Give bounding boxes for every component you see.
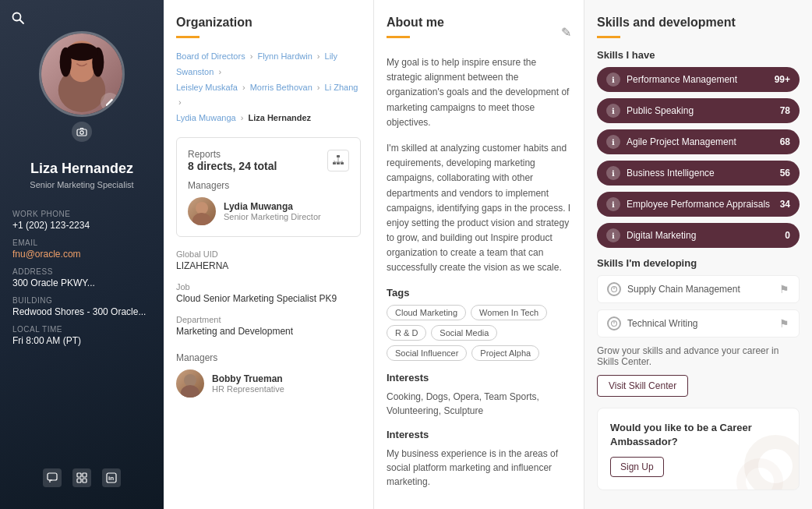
manager2-row: Bobby Trueman HR Representative (176, 369, 361, 398)
grid-icon[interactable] (72, 468, 91, 487)
skill-name-1: Public Speaking (627, 105, 780, 116)
tag-social-influencer[interactable]: Social Influencer (387, 345, 467, 361)
manager-avatar (188, 197, 216, 225)
developing-icon-1 (607, 316, 621, 330)
skill-score-3: 56 (780, 168, 790, 179)
department-section: Department Marketing and Development (176, 315, 361, 337)
svg-point-11 (80, 131, 83, 134)
email-link[interactable]: fnu@oracle.com (12, 249, 151, 260)
skill-score-2: 68 (780, 136, 790, 147)
svg-point-27 (196, 202, 208, 214)
skills-footer-text: Grow your skills and advance your career… (597, 345, 800, 367)
skill-name-0: Performance Management (627, 74, 775, 85)
skill-row-2[interactable]: ℹ Agile Project Management 68 (597, 129, 800, 154)
breadcrumb-current: Liza Hernandez (248, 113, 311, 122)
org-chart-button[interactable] (327, 150, 349, 171)
reports-card: Reports 8 directs, 24 total Managers Lyd… (176, 137, 361, 237)
skill-score-1: 78 (780, 105, 790, 116)
chat-icon[interactable] (43, 468, 62, 487)
global-uid-label: Global UID (176, 249, 361, 259)
job-value: Cloud Senior Marketing Specialist PK9 (176, 293, 361, 304)
breadcrumb-li[interactable]: Li Zhang (325, 83, 358, 92)
address-value: 300 Oracle PKWY... (12, 277, 151, 288)
svg-point-30 (181, 385, 199, 398)
interests-text: Cooking, Dogs, Opera, Team Sports, Volun… (387, 390, 571, 418)
skill-row-1[interactable]: ℹ Public Speaking 78 (597, 98, 800, 123)
about-edit-icon[interactable]: ✎ (561, 25, 571, 40)
reports-count: 8 directs, 24 total (188, 160, 277, 172)
skills-panel: Skills and development Skills I have ℹ P… (584, 0, 812, 509)
managers2-label: Managers (176, 352, 361, 363)
search-icon[interactable] (11, 11, 25, 27)
developing-icon-0 (607, 282, 621, 296)
skill-icon-3: ℹ (606, 166, 620, 180)
svg-rect-12 (48, 473, 57, 480)
email-label: Email (12, 239, 151, 247)
skill-name-3: Business Intelligence (627, 168, 780, 179)
svg-line-1 (20, 20, 24, 24)
tags-label: Tags (387, 287, 571, 299)
building-value: Redwood Shores - 300 Oracle... (12, 306, 151, 317)
about-panel: About me ✎ My goal is to help inspire en… (374, 0, 584, 509)
tag-social-media[interactable]: Social Media (431, 325, 497, 341)
avatar (39, 31, 125, 117)
skill-icon-2: ℹ (606, 135, 620, 149)
breadcrumb-board[interactable]: Board of Directors (176, 51, 245, 61)
skill-name-5: Digital Marketing (627, 230, 785, 241)
department-value: Marketing and Development (176, 326, 361, 337)
svg-rect-15 (77, 479, 81, 482)
skill-score-5: 0 (785, 230, 790, 241)
manager-name: Lydia Muwanga (224, 201, 321, 212)
linkedin-icon[interactable]: in (102, 468, 121, 487)
breadcrumb-lydia[interactable]: Lydia Muwanga (176, 113, 236, 122)
manager2-name: Bobby Trueman (212, 373, 284, 384)
skill-row-4[interactable]: ℹ Employee Performance Appraisals 34 (597, 192, 800, 217)
tag-cloud-marketing[interactable]: Cloud Marketing (387, 305, 466, 320)
edit-photo-icon[interactable] (101, 93, 119, 111)
skills-have-label: Skills I have (597, 49, 800, 61)
flag-icon-0[interactable]: ⚑ (779, 283, 789, 295)
manager2-role: HR Representative (212, 384, 284, 394)
breadcrumb-leisley[interactable]: Leisley Muskafa (176, 83, 238, 92)
skill-icon-4: ℹ (606, 197, 620, 211)
about-underline (387, 36, 410, 38)
profile-info: Work Phone +1 (202) 123-2234 Email fnu@o… (12, 202, 151, 346)
manager2-avatar (176, 369, 204, 398)
manager-role: Senior Marketing Director (224, 212, 321, 221)
work-phone-label: Work Phone (12, 210, 151, 218)
global-uid-value: LIZAHERNA (176, 260, 361, 271)
interests2-text: My business experience is in the areas o… (387, 447, 571, 489)
breadcrumb-morris[interactable]: Morris Bethovan (250, 83, 312, 92)
managers2-section: Managers Bobby Trueman HR Representative (176, 352, 361, 398)
svg-rect-16 (83, 479, 86, 482)
camera-icon[interactable] (72, 122, 92, 142)
skill-row-5[interactable]: ℹ Digital Marketing 0 (597, 223, 800, 248)
svg-rect-19 (337, 155, 340, 157)
tag-project-alpha[interactable]: Project Alpha (471, 345, 539, 361)
svg-text:in: in (108, 475, 114, 482)
tag-rd[interactable]: R & D (387, 325, 426, 341)
org-panel: Organization Board of Directors › Flynn … (164, 0, 374, 509)
department-label: Department (176, 315, 361, 324)
tag-women-in-tech[interactable]: Women In Tech (471, 305, 547, 320)
skill-icon-0: ℹ (606, 72, 620, 87)
svg-rect-10 (77, 129, 86, 136)
building-label: Building (12, 296, 151, 305)
signup-button[interactable]: Sign Up (610, 457, 664, 477)
skill-row-3[interactable]: ℹ Business Intelligence 56 (597, 161, 800, 186)
org-title: Organization (176, 16, 361, 30)
developing-row-0[interactable]: Supply Chain Management ⚑ (597, 275, 800, 303)
job-section: Job Cloud Senior Marketing Specialist PK… (176, 282, 361, 304)
about-title: About me (387, 16, 444, 30)
skills-underline (597, 36, 620, 38)
developing-row-1[interactable]: Technical Writing ⚑ (597, 309, 800, 338)
manager-row: Lydia Muwanga Senior Marketing Director (188, 197, 349, 225)
skill-name-2: Agile Project Management (627, 136, 780, 147)
visit-skill-center-button[interactable]: Visit Skill Center (597, 375, 688, 397)
developing-name-1: Technical Writing (627, 318, 779, 329)
svg-point-28 (192, 213, 211, 225)
skill-row-0[interactable]: ℹ Performance Management 99+ (597, 67, 800, 92)
breadcrumb-flynn[interactable]: Flynn Hardwin (257, 51, 312, 61)
flag-icon-1[interactable]: ⚑ (779, 317, 789, 330)
career-card: Would you like to be a Career Ambassador… (597, 408, 800, 490)
